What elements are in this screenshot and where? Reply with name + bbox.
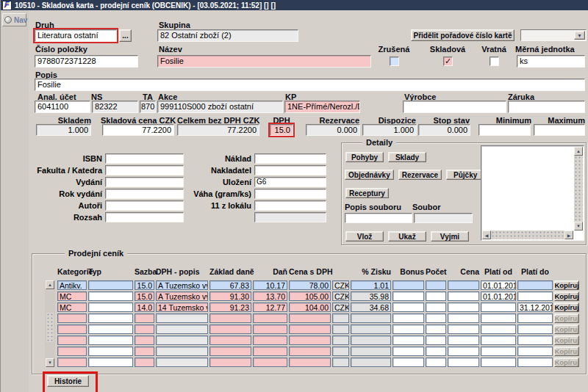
attachment-listbox[interactable]: ▲ ▼ ◀ ▶ [481, 145, 584, 241]
cell-pocet[interactable] [426, 346, 446, 356]
cell-sazba[interactable]: 14.0 [135, 302, 154, 312]
extra-field[interactable] [254, 212, 326, 222]
cell-dph_popis[interactable]: 14 Tuzemsko výs [156, 302, 208, 312]
nakladatel-field[interactable] [254, 165, 326, 175]
pujcky-button[interactable]: Půjčky [446, 170, 484, 180]
cell-kategorie[interactable] [57, 346, 87, 356]
cell-zisk[interactable] [351, 313, 391, 323]
objednavky-button[interactable]: Objednávky [345, 170, 394, 180]
cell-sazba[interactable] [135, 313, 154, 323]
cell-kategorie[interactable]: MC [57, 302, 87, 312]
cell-mena[interactable]: CZK [332, 280, 349, 290]
cell-dan[interactable]: 10.17 [253, 280, 287, 290]
cell-cena_s_dph[interactable] [289, 313, 331, 323]
cell-plati_od[interactable] [481, 324, 516, 334]
kp-field[interactable]: 1NE-Přímé/Nerozl./DČ-Eko [284, 101, 360, 113]
cell-cena[interactable] [448, 302, 479, 312]
stop-stav-field[interactable]: 0.000 [418, 124, 470, 136]
listbox-vscroll-track[interactable] [574, 156, 583, 222]
cell-sazba[interactable] [135, 324, 154, 334]
cell-plati_od[interactable]: 01.01.2013 [481, 280, 516, 290]
11-z-lokalu-field[interactable] [254, 200, 326, 211]
cell-typ[interactable] [88, 291, 133, 301]
listbox-hscroll-track[interactable] [491, 231, 566, 239]
cell-plati_do[interactable] [517, 324, 553, 334]
cell-zaklad_dane[interactable]: 91.23 [209, 302, 251, 312]
cell-dan[interactable] [253, 324, 287, 334]
popis-field[interactable]: Fosilie [35, 79, 585, 91]
popis-souboru-field[interactable] [345, 213, 412, 223]
ukaz-button[interactable]: Ukaž [388, 231, 426, 242]
cell-dph_popis[interactable] [156, 357, 208, 367]
cell-bonus[interactable] [392, 335, 424, 345]
cell-typ[interactable] [88, 335, 133, 345]
cell-pocet[interactable] [426, 291, 446, 301]
cell-dph_popis[interactable] [156, 346, 208, 356]
cell-zisk[interactable]: 35.98 [351, 291, 391, 301]
scroll-up-icon[interactable]: ▲ [574, 147, 583, 156]
skladem-field[interactable]: 1.000 [36, 124, 91, 136]
cell-typ[interactable] [88, 280, 133, 290]
cell-zaklad_dane[interactable] [209, 346, 251, 356]
cell-zaklad_dane[interactable] [209, 324, 251, 334]
scroll-left-icon[interactable]: ◀ [482, 231, 491, 239]
celkem-bez-dph-field[interactable]: 77.2200 [177, 124, 259, 136]
cell-dph_popis[interactable] [156, 324, 208, 334]
naklad-field[interactable] [254, 153, 326, 164]
cell-typ[interactable] [88, 302, 133, 312]
cell-sazba[interactable] [135, 357, 154, 367]
vyrobce-field[interactable] [403, 101, 506, 113]
cell-mena[interactable]: CZK [332, 291, 349, 301]
cell-typ[interactable] [88, 357, 133, 367]
skladova-checkbox[interactable]: ✓ [443, 57, 453, 66]
cell-pocet[interactable] [426, 280, 446, 290]
cell-dph_popis[interactable] [156, 335, 208, 345]
cell-plati_od[interactable] [481, 346, 516, 356]
cell-zisk[interactable] [351, 335, 391, 345]
sklady-button[interactable]: Sklady [388, 152, 426, 162]
cell-cena_s_dph[interactable] [289, 357, 331, 367]
maximum-field[interactable] [534, 124, 585, 136]
cell-sazba[interactable]: 15.0 [135, 291, 154, 301]
cell-kategorie[interactable]: Antikv. [57, 280, 87, 290]
cell-typ[interactable] [88, 324, 133, 334]
cell-plati_do[interactable] [517, 313, 553, 323]
cell-kategorie[interactable] [57, 335, 87, 345]
cell-zaklad_dane[interactable]: 67.83 [209, 280, 251, 290]
pricing-scroll-down-icon[interactable]: ▼ [46, 358, 54, 367]
cell-plati_od[interactable]: 01.01.2013 [481, 291, 516, 301]
minimum-field[interactable] [478, 124, 531, 136]
cell-mena[interactable] [332, 313, 349, 323]
cell-pocet[interactable] [426, 313, 446, 323]
cell-bonus[interactable] [392, 280, 424, 290]
cell-mena[interactable] [332, 324, 349, 334]
cell-kategorie[interactable] [57, 313, 87, 323]
pricing-scroll-up-icon[interactable]: ▲ [46, 280, 54, 289]
cell-plati_do[interactable] [517, 357, 553, 367]
cell-bonus[interactable] [392, 357, 424, 367]
rezervace-button[interactable]: Rezervace [398, 170, 442, 180]
cell-dan[interactable] [253, 313, 287, 323]
cell-cena[interactable] [448, 280, 479, 290]
anal-ucet-field[interactable]: 6041100 [35, 101, 90, 113]
rezervace-field[interactable]: 0.000 [306, 124, 360, 136]
cell-cena[interactable] [448, 335, 479, 345]
cell-cena[interactable] [448, 346, 479, 356]
zaruka-field[interactable] [508, 101, 585, 113]
cell-dph_popis[interactable] [156, 313, 208, 323]
combo-dropdown-icon[interactable]: ▼ [574, 31, 585, 40]
historie-button[interactable]: Historie [47, 375, 89, 387]
cell-bonus[interactable] [392, 346, 424, 356]
cell-pocet[interactable] [426, 324, 446, 334]
cell-typ[interactable] [88, 313, 133, 323]
dph-field[interactable]: 15.0 [270, 124, 293, 136]
scroll-down-icon[interactable]: ▼ [574, 222, 583, 231]
soubor-field[interactable] [414, 213, 473, 223]
copy-button[interactable]: Kopíruj [554, 302, 579, 312]
cell-kategorie[interactable]: MC [57, 291, 87, 301]
cell-plati_do[interactable] [517, 346, 553, 356]
cell-plati_od[interactable] [481, 357, 516, 367]
copy-button[interactable]: Kopíruj [554, 280, 579, 290]
cell-zaklad_dane[interactable] [209, 313, 251, 323]
cell-sazba[interactable]: 15.0 [135, 280, 154, 290]
